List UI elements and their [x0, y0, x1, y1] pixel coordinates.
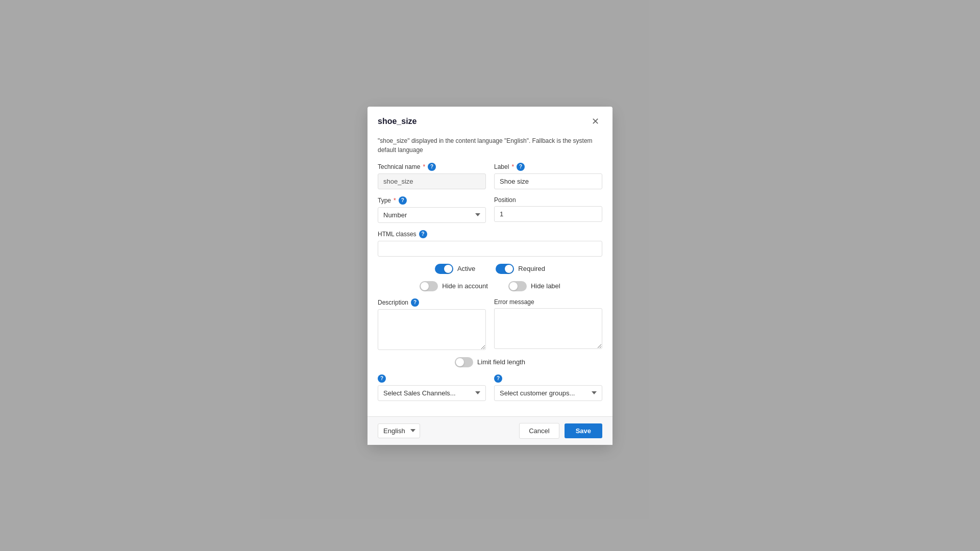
- modal-footer: English Cancel Save: [368, 416, 612, 445]
- channels-groups-row: ? Select Sales Channels... ? Select cust…: [378, 374, 602, 401]
- customer-groups-help-icon[interactable]: ?: [494, 374, 502, 383]
- required-toggle-group: Required: [496, 264, 545, 274]
- active-toggle-label: Active: [457, 265, 475, 272]
- description-label: Description: [378, 299, 408, 306]
- close-button[interactable]: ✕: [589, 116, 602, 127]
- position-label-row: Position: [494, 196, 602, 204]
- sales-channels-help-icon[interactable]: ?: [378, 374, 386, 383]
- position-input[interactable]: [494, 206, 602, 222]
- cancel-button[interactable]: Cancel: [519, 423, 559, 439]
- technical-name-label-row: Technical name * ? Label * ?: [378, 163, 602, 189]
- limit-field-length-toggle[interactable]: [455, 357, 473, 367]
- error-message-label: Error message: [494, 298, 534, 306]
- position-group: Position: [494, 196, 602, 223]
- customer-groups-select[interactable]: Select customer groups...: [494, 385, 602, 401]
- modal-title: shoe_size: [378, 117, 416, 126]
- description-error-row: Description ? Error message: [378, 298, 602, 350]
- html-classes-row: HTML classes ?: [378, 230, 602, 257]
- label-group: Label * ?: [494, 163, 602, 189]
- label-help-icon[interactable]: ?: [517, 163, 525, 171]
- required-toggle[interactable]: [496, 264, 514, 274]
- html-classes-group: HTML classes ?: [378, 230, 602, 257]
- type-group: Type * ? Number Text Boolean Date: [378, 196, 486, 223]
- hide-in-account-label: Hide in account: [442, 282, 488, 290]
- hide-in-account-toggle-group: Hide in account: [420, 281, 488, 291]
- active-toggle[interactable]: [435, 264, 453, 274]
- html-classes-input[interactable]: [378, 241, 602, 257]
- hide-label-toggle-group: Hide label: [508, 281, 560, 291]
- html-classes-label: HTML classes: [378, 231, 416, 238]
- type-help-icon[interactable]: ?: [399, 196, 407, 205]
- info-banner: "shoe_size" displayed in the content lan…: [378, 134, 602, 155]
- hide-toggle-row: Hide in account Hide label: [378, 281, 602, 291]
- technical-name-help-icon[interactable]: ?: [428, 163, 436, 171]
- description-textarea[interactable]: [378, 309, 486, 350]
- type-label: Type: [378, 197, 391, 204]
- required-toggle-label: Required: [518, 265, 545, 272]
- limit-field-length-toggle-group: Limit field length: [455, 357, 525, 367]
- technical-name-label: Technical name: [378, 163, 420, 170]
- description-help-icon[interactable]: ?: [411, 298, 419, 307]
- limit-field-length-label: Limit field length: [477, 358, 525, 366]
- error-message-label-row: Error message: [494, 298, 602, 306]
- technical-name-required: *: [423, 163, 425, 170]
- html-classes-help-icon[interactable]: ?: [419, 230, 427, 238]
- active-required-toggle-row: Active Required: [378, 264, 602, 274]
- label-field-label: Label: [494, 163, 509, 170]
- label-required: *: [511, 163, 514, 170]
- description-label-row: Description ?: [378, 298, 486, 307]
- type-required: *: [394, 197, 396, 204]
- hide-in-account-toggle[interactable]: [420, 281, 438, 291]
- customer-groups-label-row: ?: [494, 374, 602, 383]
- sales-channels-select[interactable]: Select Sales Channels...: [378, 385, 486, 401]
- modal-overlay: shoe_size ✕ "shoe_size" displayed in the…: [0, 0, 980, 551]
- position-label: Position: [494, 196, 516, 204]
- language-select[interactable]: English: [378, 423, 420, 438]
- sales-channels-group: ? Select Sales Channels...: [378, 374, 486, 401]
- save-button[interactable]: Save: [565, 423, 602, 438]
- html-classes-label-row: HTML classes ?: [378, 230, 602, 238]
- technical-name-input: [378, 173, 486, 189]
- sales-channels-label-row: ?: [378, 374, 486, 383]
- type-label-row: Type * ?: [378, 196, 486, 205]
- language-selector-wrapper: English: [378, 423, 420, 438]
- error-message-textarea[interactable]: [494, 308, 602, 349]
- modal-body: "shoe_size" displayed in the content lan…: [368, 134, 612, 416]
- type-select[interactable]: Number Text Boolean Date: [378, 207, 486, 223]
- modal-dialog: shoe_size ✕ "shoe_size" displayed in the…: [368, 107, 612, 445]
- limit-field-length-row: Limit field length: [378, 357, 602, 367]
- customer-groups-group: ? Select customer groups...: [494, 374, 602, 401]
- active-toggle-group: Active: [435, 264, 475, 274]
- technical-name-group: Technical name * ?: [378, 163, 486, 189]
- label-input[interactable]: [494, 173, 602, 189]
- type-position-row: Type * ? Number Text Boolean Date Positi…: [378, 196, 602, 223]
- description-group: Description ?: [378, 298, 486, 350]
- technical-name-label-row-inner: Technical name * ?: [378, 163, 486, 171]
- label-label-row: Label * ?: [494, 163, 602, 171]
- hide-label-toggle[interactable]: [508, 281, 527, 291]
- modal-header: shoe_size ✕: [368, 107, 612, 134]
- error-message-group: Error message: [494, 298, 602, 350]
- hide-label-label: Hide label: [531, 282, 560, 290]
